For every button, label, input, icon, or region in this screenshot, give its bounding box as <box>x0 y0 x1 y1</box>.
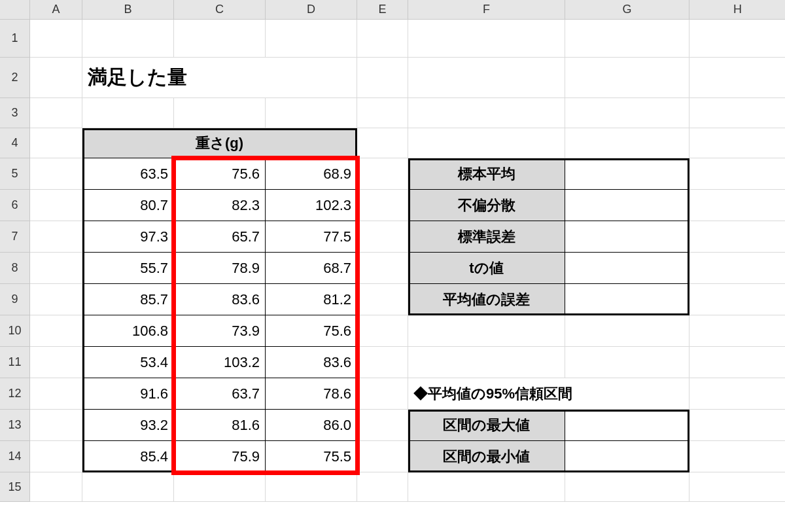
cell-H11[interactable] <box>689 347 785 378</box>
stat-label-7[interactable]: 標準誤差 <box>408 221 565 253</box>
weight-cell-B13[interactable]: 93.2 <box>82 410 174 441</box>
cell-H2[interactable] <box>689 58 785 98</box>
cell-H15[interactable] <box>689 472 785 502</box>
weight-cell-B14[interactable]: 85.4 <box>82 441 174 472</box>
cell-G2[interactable] <box>565 58 689 98</box>
row-header-4[interactable]: 4 <box>0 128 30 158</box>
weight-cell-B12[interactable]: 91.6 <box>82 378 174 410</box>
weight-cell-B8[interactable]: 55.7 <box>82 253 174 284</box>
cell-H5[interactable] <box>689 158 785 190</box>
cell-B1[interactable] <box>82 20 174 58</box>
row-header-12[interactable]: 12 <box>0 378 30 410</box>
cell-A5[interactable] <box>30 158 82 190</box>
weight-cell-C10[interactable]: 73.9 <box>174 315 266 347</box>
cell-E15[interactable] <box>357 472 408 502</box>
cell-E2[interactable] <box>357 58 408 98</box>
cell-G11[interactable] <box>565 347 689 378</box>
cell-A11[interactable] <box>30 347 82 378</box>
title-cell[interactable]: 満足した量 <box>82 58 357 98</box>
cell-B3[interactable] <box>82 98 174 128</box>
cell-C1[interactable] <box>174 20 266 58</box>
weight-cell-D5[interactable]: 68.9 <box>266 158 357 190</box>
cell-G4[interactable] <box>565 128 689 158</box>
weight-cell-D14[interactable]: 75.5 <box>266 441 357 472</box>
cell-G15[interactable] <box>565 472 689 502</box>
weight-cell-B7[interactable]: 97.3 <box>82 221 174 253</box>
col-header-G[interactable]: G <box>565 0 689 20</box>
cell-A15[interactable] <box>30 472 82 502</box>
row-header-11[interactable]: 11 <box>0 347 30 378</box>
weight-cell-C7[interactable]: 65.7 <box>174 221 266 253</box>
cell-A14[interactable] <box>30 441 82 472</box>
cell-F4[interactable] <box>408 128 565 158</box>
weight-cell-C6[interactable]: 82.3 <box>174 190 266 221</box>
weight-cell-B10[interactable]: 106.8 <box>82 315 174 347</box>
cell-E12[interactable] <box>357 378 408 410</box>
stat-label-6[interactable]: 不偏分散 <box>408 190 565 221</box>
stat-value-7[interactable] <box>565 221 689 253</box>
cell-F15[interactable] <box>408 472 565 502</box>
weight-cell-C5[interactable]: 75.6 <box>174 158 266 190</box>
cell-A10[interactable] <box>30 315 82 347</box>
stat-label-8[interactable]: tの値 <box>408 253 565 284</box>
cell-C3[interactable] <box>174 98 266 128</box>
cell-H7[interactable] <box>689 221 785 253</box>
weight-header[interactable]: 重さ(g) <box>82 128 357 158</box>
cell-A6[interactable] <box>30 190 82 221</box>
weight-cell-D9[interactable]: 81.2 <box>266 284 357 315</box>
cell-E5[interactable] <box>357 158 408 190</box>
cell-H9[interactable] <box>689 284 785 315</box>
cell-E10[interactable] <box>357 315 408 347</box>
row-header-8[interactable]: 8 <box>0 253 30 284</box>
weight-cell-B5[interactable]: 63.5 <box>82 158 174 190</box>
stat-value-6[interactable] <box>565 190 689 221</box>
cell-E4[interactable] <box>357 128 408 158</box>
row-header-7[interactable]: 7 <box>0 221 30 253</box>
cell-G3[interactable] <box>565 98 689 128</box>
cell-A2[interactable] <box>30 58 82 98</box>
ci-value-14[interactable] <box>565 441 689 472</box>
col-header-H[interactable]: H <box>689 0 785 20</box>
cell-E6[interactable] <box>357 190 408 221</box>
weight-cell-C8[interactable]: 78.9 <box>174 253 266 284</box>
cell-F2[interactable] <box>408 58 565 98</box>
cell-A4[interactable] <box>30 128 82 158</box>
weight-cell-D10[interactable]: 75.6 <box>266 315 357 347</box>
cell-G10[interactable] <box>565 315 689 347</box>
weight-cell-D6[interactable]: 102.3 <box>266 190 357 221</box>
cell-H10[interactable] <box>689 315 785 347</box>
cell-D1[interactable] <box>266 20 357 58</box>
row-header-5[interactable]: 5 <box>0 158 30 190</box>
weight-cell-B11[interactable]: 53.4 <box>82 347 174 378</box>
weight-cell-D13[interactable]: 86.0 <box>266 410 357 441</box>
row-header-1[interactable]: 1 <box>0 20 30 58</box>
weight-cell-B6[interactable]: 80.7 <box>82 190 174 221</box>
stat-value-9[interactable] <box>565 284 689 315</box>
col-header-C[interactable]: C <box>174 0 266 20</box>
cell-A12[interactable] <box>30 378 82 410</box>
ci-label-13[interactable]: 区間の最大値 <box>408 410 565 441</box>
col-header-D[interactable]: D <box>266 0 357 20</box>
stat-label-9[interactable]: 平均値の誤差 <box>408 284 565 315</box>
cell-D3[interactable] <box>266 98 357 128</box>
cell-A7[interactable] <box>30 221 82 253</box>
weight-cell-D12[interactable]: 78.6 <box>266 378 357 410</box>
weight-cell-D8[interactable]: 68.7 <box>266 253 357 284</box>
cell-E13[interactable] <box>357 410 408 441</box>
cell-H8[interactable] <box>689 253 785 284</box>
cell-B15[interactable] <box>82 472 174 502</box>
row-header-15[interactable]: 15 <box>0 472 30 502</box>
stat-value-8[interactable] <box>565 253 689 284</box>
col-header-B[interactable]: B <box>82 0 174 20</box>
cell-A3[interactable] <box>30 98 82 128</box>
row-header-2[interactable]: 2 <box>0 58 30 98</box>
cell-E8[interactable] <box>357 253 408 284</box>
cell-C15[interactable] <box>174 472 266 502</box>
cell-F11[interactable] <box>408 347 565 378</box>
cell-H4[interactable] <box>689 128 785 158</box>
row-header-6[interactable]: 6 <box>0 190 30 221</box>
ci-value-13[interactable] <box>565 410 689 441</box>
cell-H14[interactable] <box>689 441 785 472</box>
col-header-F[interactable]: F <box>408 0 565 20</box>
weight-cell-C9[interactable]: 83.6 <box>174 284 266 315</box>
